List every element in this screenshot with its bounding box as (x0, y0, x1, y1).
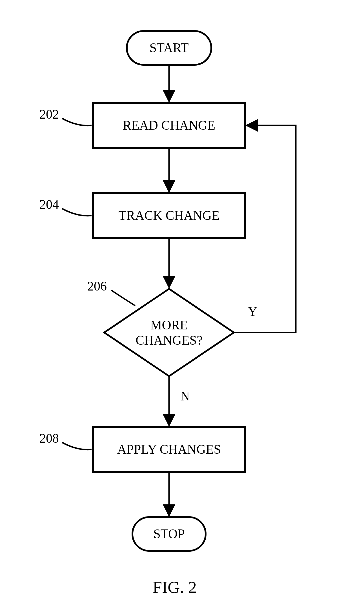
flowchart-canvas: START READ CHANGE 202 TRACK CHANGE 204 M… (0, 0, 364, 614)
ref-206: 206 (87, 279, 107, 293)
read-change-label: READ CHANGE (123, 118, 215, 132)
track-change-label: TRACK CHANGE (118, 208, 219, 223)
track-change-step: TRACK CHANGE (93, 193, 245, 238)
decision-line2: CHANGES? (136, 333, 203, 347)
stop-label: STOP (153, 527, 185, 541)
apply-changes-label: APPLY CHANGES (117, 442, 221, 456)
leader-206 (111, 290, 135, 306)
read-change-step: READ CHANGE (93, 103, 245, 148)
stop-terminator: STOP (132, 517, 206, 551)
start-label: START (149, 41, 188, 55)
ref-204: 204 (39, 197, 59, 212)
leader-202 (62, 118, 92, 126)
decision-no-label: N (180, 389, 190, 403)
decision-line1: MORE (150, 318, 188, 332)
ref-208: 208 (39, 431, 59, 445)
more-changes-decision: MORE CHANGES? (104, 289, 234, 376)
ref-202: 202 (39, 107, 59, 121)
start-terminator: START (127, 31, 211, 65)
decision-yes-label: Y (248, 304, 257, 319)
apply-changes-step: APPLY CHANGES (93, 427, 245, 472)
figure-caption: FIG. 2 (153, 578, 197, 597)
svg-marker-3 (104, 289, 234, 376)
leader-204 (62, 209, 92, 216)
leader-208 (62, 442, 92, 450)
